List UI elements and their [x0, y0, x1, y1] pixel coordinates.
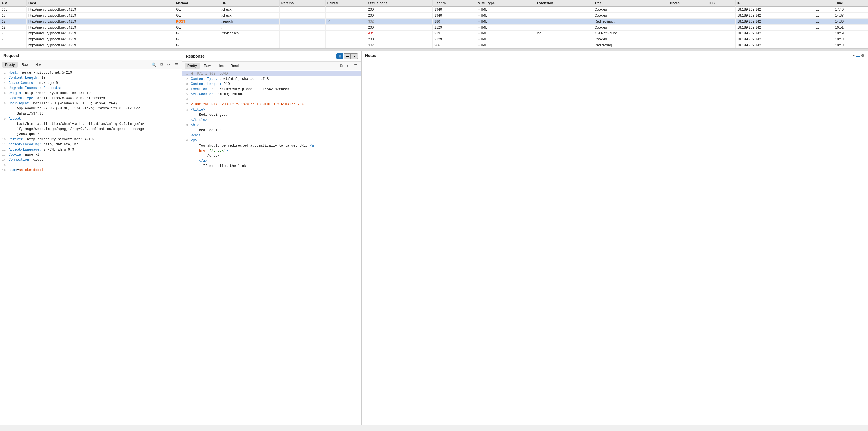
col-params[interactable]: Params	[279, 0, 326, 6]
response-line: 5Set-Cookie: name=0; Path=/	[182, 92, 361, 97]
cell-edited	[326, 25, 366, 30]
cell-method: GET	[174, 30, 220, 36]
request-line: 8User-Agent: Mozilla/5.0 (Windows NT 10.…	[0, 101, 182, 116]
line-content: <!DOCTYPE HTML PUBLIC "-//W3C//DTD HTML …	[191, 102, 361, 107]
col-title[interactable]: Title	[593, 0, 669, 6]
request-line: 9Accept: text/html,application/xhtml+xml…	[0, 116, 182, 137]
request-line: 5Upgrade-Insecure-Requests: 1	[0, 86, 182, 91]
cell-host: http://mercury.picoctf.net:54219	[27, 36, 174, 42]
notes-gear-icon[interactable]: ⚙	[861, 53, 865, 58]
line-number: 2	[0, 70, 8, 75]
col-num[interactable]: # ∨	[0, 0, 27, 6]
table-row[interactable]: 18 http://mercury.picoctf.net:54219 GET …	[0, 12, 868, 19]
cell-params	[279, 42, 326, 49]
cell-ext	[535, 19, 593, 25]
tab-render-resp[interactable]: Render	[227, 63, 244, 69]
wrap-icon[interactable]: ↵	[166, 62, 172, 67]
cell-host: http://mercury.picoctf.net:54219	[27, 25, 174, 30]
line-content: Content-Length: 18	[8, 75, 182, 80]
line-content	[8, 163, 182, 168]
notes-view-icon2[interactable]: ▬	[856, 53, 860, 58]
line-number: 7	[0, 96, 8, 101]
tab-raw-resp[interactable]: Raw	[201, 63, 214, 69]
col-ip[interactable]: IP	[735, 0, 814, 6]
table-row[interactable]: 17 http://mercury.picoctf.net:54219 POST…	[0, 19, 868, 25]
search-icon[interactable]: 🔍	[150, 62, 158, 67]
line-number: 10	[182, 138, 191, 169]
col-status[interactable]: Status code	[366, 0, 433, 6]
notes-panel: Notes ▪ ▬ ⚙	[362, 51, 868, 425]
line-number: 12	[0, 147, 8, 152]
tab-raw-req[interactable]: Raw	[19, 62, 31, 67]
cell-tls	[706, 12, 736, 19]
cell-method: GET	[174, 42, 220, 49]
bottom-section: Request Pretty Raw Hex 🔍 ⧉ ↵ ☰ 2Host: me…	[0, 51, 868, 425]
tab-hex-req[interactable]: Hex	[32, 62, 44, 67]
cell-mime: HTML	[476, 6, 535, 12]
copy-icon[interactable]: ⧉	[159, 62, 164, 67]
cell-num: 7	[0, 30, 27, 36]
response-line: 2Content-Type: text/html; charset=utf-8	[182, 77, 361, 82]
col-host[interactable]: Host	[27, 0, 174, 6]
table-row[interactable]: 363 http://mercury.picoctf.net:54219 GET…	[0, 6, 868, 12]
copy-icon-resp[interactable]: ⧉	[338, 63, 344, 69]
col-ext[interactable]: Extension	[535, 0, 593, 6]
cell-ip: 18.189.209.142	[735, 25, 814, 30]
tab-pretty-resp[interactable]: Pretty	[185, 63, 200, 69]
wrap-icon-resp[interactable]: ↵	[345, 63, 351, 69]
cell-time: 10:51	[833, 25, 868, 30]
cell-method: GET	[174, 25, 220, 30]
table-row[interactable]: 2 http://mercury.picoctf.net:54219 GET /…	[0, 36, 868, 42]
col-time[interactable]: Time	[833, 0, 868, 6]
view-btn-list[interactable]: ▬	[344, 53, 350, 59]
tab-pretty-req[interactable]: Pretty	[2, 62, 18, 67]
section-divider	[0, 49, 868, 51]
table-row[interactable]: 1 http://mercury.picoctf.net:54219 GET /…	[0, 42, 868, 49]
table-body: 363 http://mercury.picoctf.net:54219 GET…	[0, 6, 868, 49]
col-ellipsis[interactable]: ...	[814, 0, 833, 6]
cell-url: /check	[220, 12, 279, 19]
col-notes[interactable]: Notes	[669, 0, 706, 6]
line-number: 7	[182, 102, 191, 107]
cell-length: 366	[433, 42, 476, 49]
menu-icon[interactable]: ☰	[173, 62, 180, 67]
cell-length: 1940	[433, 12, 476, 19]
col-mime[interactable]: MIME type	[476, 0, 535, 6]
cell-length: 2129	[433, 36, 476, 42]
request-line: 6Origin: http://mercury.picoctf.net:5421…	[0, 91, 182, 96]
line-content: Host: mercury.picoctf.net:54219	[8, 70, 182, 75]
request-line: 16name=snickerdoodle	[0, 168, 182, 173]
cell-num: 18	[0, 12, 27, 19]
cell-ext: ico	[535, 30, 593, 36]
cell-ext	[535, 6, 593, 12]
line-content: Upgrade-Insecure-Requests: 1	[8, 86, 182, 91]
table-row[interactable]: 12 http://mercury.picoctf.net:54219 GET …	[0, 25, 868, 30]
cell-length: 1940	[433, 6, 476, 12]
request-line: 3Content-Length: 18	[0, 75, 182, 80]
col-length[interactable]: Length	[433, 0, 476, 6]
table-row[interactable]: 7 http://mercury.picoctf.net:54219 GET /…	[0, 30, 868, 36]
col-tls[interactable]: TLS	[706, 0, 736, 6]
cell-notes	[669, 36, 706, 42]
line-number: 4	[0, 80, 8, 86]
response-content: 1HTTP/1.1 302 FOUND2Content-Type: text/h…	[182, 70, 361, 425]
col-edited[interactable]: Edited	[326, 0, 366, 6]
request-line: 14Connection: close	[0, 157, 182, 163]
menu-icon-resp[interactable]: ☰	[352, 63, 359, 69]
cell-method: POST	[174, 19, 220, 25]
cell-params	[279, 30, 326, 36]
col-url[interactable]: URL	[220, 0, 279, 6]
cell-ellipsis: ...	[814, 25, 833, 30]
line-content	[191, 97, 361, 102]
cell-time: 14:37	[833, 12, 868, 19]
request-title: Request	[3, 53, 19, 58]
col-method[interactable]: Method	[174, 0, 220, 6]
tab-hex-resp[interactable]: Hex	[215, 63, 226, 69]
line-number: 15	[0, 163, 8, 168]
response-line: 6	[182, 97, 361, 102]
line-number: 5	[0, 86, 8, 91]
notes-view-icon1[interactable]: ▪	[853, 53, 855, 58]
cell-title: 404 Not Found	[593, 30, 669, 36]
view-btn-grid[interactable]: ⊞	[336, 53, 343, 59]
view-btn-compact[interactable]: ▪	[351, 53, 358, 59]
